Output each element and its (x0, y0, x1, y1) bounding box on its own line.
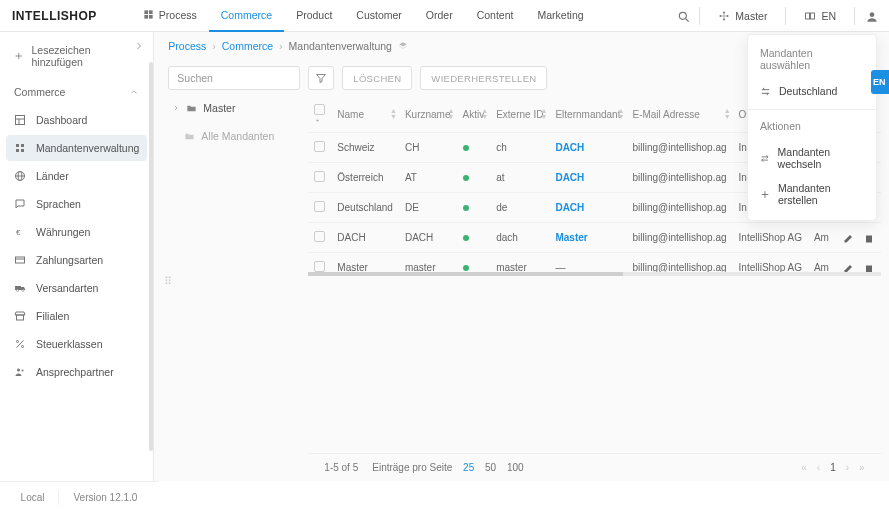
main-nav: ProcessCommerceProductCustomerOrderConte… (131, 0, 596, 32)
cell-parent: DACH (549, 163, 626, 193)
delete-icon[interactable] (863, 232, 875, 244)
master-menu-button[interactable]: Master (710, 6, 775, 26)
dropdown-switch-mandant[interactable]: Mandanten wechseln (748, 140, 876, 176)
active-dot-icon (463, 205, 469, 211)
cell-name: Master (331, 253, 399, 274)
nav-process[interactable]: Process (131, 0, 209, 32)
sidebar-collapse-icon[interactable] (133, 40, 147, 54)
nav-content[interactable]: Content (465, 0, 526, 32)
search-icon[interactable] (677, 10, 689, 22)
user-icon[interactable] (865, 10, 877, 22)
nav-order[interactable]: Order (414, 0, 465, 32)
cell-short: master (399, 253, 457, 274)
filter-button[interactable] (308, 66, 334, 90)
sidebar-item-chat[interactable]: Sprachen (0, 190, 153, 218)
select-all-checkbox[interactable] (314, 104, 325, 115)
add-bookmark-button[interactable]: Lesezeichen hinzufügen (0, 32, 153, 78)
pager-last-icon[interactable]: » (859, 462, 865, 473)
tree-root[interactable]: Master (168, 96, 298, 120)
breadcrumb-process[interactable]: Process (168, 40, 206, 52)
search-input[interactable]: Suchen (168, 66, 300, 90)
sidebar-section-label: Commerce (14, 86, 65, 98)
sidebar-item-shipping[interactable]: Versandarten (0, 274, 153, 302)
cell-parent: DACH (549, 133, 626, 163)
sidebar-section-commerce[interactable]: Commerce (0, 78, 153, 106)
row-checkbox[interactable] (314, 231, 325, 242)
breadcrumb-commerce[interactable]: Commerce (222, 40, 273, 52)
perpage-label: Einträge pro Seite (372, 462, 452, 473)
cell-short: CH (399, 133, 457, 163)
cell-parent: DACH (549, 193, 626, 223)
sidebar-item-payment[interactable]: Zahlungsarten (0, 246, 153, 274)
column-header[interactable]: Aktiv▲▼ (457, 96, 491, 133)
primary-add-button[interactable]: EN (871, 70, 889, 94)
edit-icon[interactable] (843, 232, 855, 244)
cell-active (457, 193, 491, 223)
column-header[interactable]: E-Mail Adresse▲▼ (626, 96, 732, 133)
pager-first-icon[interactable]: « (801, 462, 807, 473)
sidebar-item-contact[interactable]: Ansprechpartner (0, 358, 153, 386)
cell-org: IntelliShop AG (733, 253, 808, 274)
cell-last: Am (808, 223, 837, 253)
svg-rect-20 (16, 144, 19, 147)
pager-next-icon[interactable]: › (846, 462, 849, 473)
restore-button[interactable]: WIEDERHERSTELLEN (420, 66, 547, 90)
master-dropdown: Mandanten auswählen Deutschland Aktionen… (747, 34, 877, 221)
cell-name: Deutschland (331, 193, 399, 223)
column-header[interactable]: Kurzname▲▼ (399, 96, 457, 133)
dropdown-create-mandant[interactable]: Mandanten erstellen (748, 176, 876, 212)
sidebar-footer: Local Version 12.1.0 (0, 481, 158, 513)
dropdown-current-mandant[interactable]: Deutschland (748, 79, 876, 103)
column-header[interactable]: Externe ID▲▼ (490, 96, 549, 133)
cell-name: DACH (331, 223, 399, 253)
svg-rect-28 (16, 257, 25, 263)
parent-link[interactable]: DACH (555, 202, 584, 213)
language-label: EN (821, 10, 836, 22)
svg-line-35 (17, 341, 24, 348)
perpage-100[interactable]: 100 (507, 462, 524, 473)
column-header[interactable]: Elternmandant▲▼ (549, 96, 626, 133)
sidebar-item-dashboard[interactable]: Dashboard (0, 106, 153, 134)
svg-point-14 (870, 12, 875, 17)
chat-icon (14, 198, 26, 210)
parent-link[interactable]: DACH (555, 142, 584, 153)
sidebar-item-euro[interactable]: €Währungen (0, 218, 153, 246)
sidebar-scrollbar[interactable] (149, 62, 153, 451)
perpage-50[interactable]: 50 (485, 462, 496, 473)
cell-email: billing@intellishop.ag (626, 253, 732, 274)
nav-commerce[interactable]: Commerce (209, 0, 284, 32)
breadcrumb-current: Mandantenverwaltung (289, 40, 392, 52)
sidebar-item-mandant[interactable]: Mandantenverwaltung (6, 135, 147, 161)
parent-link[interactable]: DACH (555, 172, 584, 183)
sidebar-item-percent[interactable]: Steuerklassen (0, 330, 153, 358)
cell-ext: master (490, 253, 549, 274)
column-header[interactable]: Name▲▼ (331, 96, 399, 133)
delete-button[interactable]: LÖSCHEN (342, 66, 412, 90)
tree-all-mandants[interactable]: Alle Mandanten (168, 120, 298, 148)
nav-customer[interactable]: Customer (344, 0, 414, 32)
sidebar-item-globe[interactable]: Länder (0, 162, 153, 190)
tree-panel: Master Alle Mandanten (168, 96, 298, 481)
contact-icon (14, 366, 26, 378)
svg-marker-41 (317, 75, 326, 83)
nav-marketing[interactable]: Marketing (525, 0, 595, 32)
row-checkbox[interactable] (314, 261, 325, 272)
svg-rect-13 (811, 13, 815, 19)
language-button[interactable]: EN (796, 6, 844, 26)
parent-link[interactable]: Master (555, 232, 587, 243)
svg-rect-2 (144, 15, 148, 19)
pager-prev-icon[interactable]: ‹ (817, 462, 820, 473)
perpage-25[interactable]: 25 (463, 462, 474, 473)
svg-rect-1 (149, 10, 153, 14)
pager-range: 1-5 of 5 (324, 462, 358, 473)
row-checkbox[interactable] (314, 201, 325, 212)
row-checkbox[interactable] (314, 171, 325, 182)
nav-product[interactable]: Product (284, 0, 344, 32)
row-checkbox[interactable] (314, 141, 325, 152)
tree-sub-label: Alle Mandanten (201, 130, 274, 142)
sidebar-item-store[interactable]: Filialen (0, 302, 153, 330)
table-row[interactable]: Mastermastermaster—billing@intellishop.a… (308, 253, 880, 274)
cell-ext: at (490, 163, 549, 193)
table-row[interactable]: DACHDACHdachMasterbilling@intellishop.ag… (308, 223, 880, 253)
drag-handle-icon[interactable]: ⠿ (164, 278, 173, 284)
